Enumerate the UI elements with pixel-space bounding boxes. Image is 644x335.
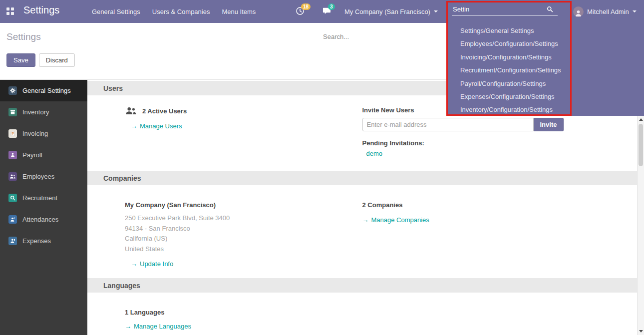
search-result-item[interactable]: Inventory/Configuration/Settings (447, 103, 644, 116)
payroll-person-icon (8, 151, 17, 159)
manage-users-link[interactable]: → Manage Users (131, 122, 182, 130)
app-title[interactable]: Settings (23, 4, 59, 16)
invoice-document-icon (8, 129, 17, 138)
search-result-item[interactable]: Expenses/Configuration/Settings (447, 90, 644, 103)
company-name: My Company (San Francisco) (125, 201, 362, 209)
sidebar-item-invoicing[interactable]: Invoicing (0, 123, 87, 144)
languages-count: 1 Languages (125, 309, 362, 316)
section-header-companies: Companies (87, 171, 637, 185)
sidebar-item-label: Invoicing (22, 130, 48, 137)
sidebar-item-label: Employees (22, 173, 54, 180)
save-button[interactable]: Save (6, 53, 35, 67)
sidebar-item-label: Recruitment (22, 194, 57, 202)
control-buttons: Save Discard (6, 53, 75, 67)
companies-count: 2 Companies (362, 201, 638, 209)
users-group-icon (125, 106, 137, 115)
sidebar-item-recruitment[interactable]: Recruitment (0, 187, 87, 209)
search-result-item[interactable]: Settings/General Settings (447, 24, 644, 37)
invite-button[interactable]: Invite (534, 118, 564, 131)
activities-badge: 18 (301, 3, 311, 10)
user-menu[interactable]: Mitchell Admin (573, 0, 637, 23)
arrow-right-icon: → (362, 216, 369, 224)
arrow-right-icon: → (125, 323, 131, 330)
search-results-dropdown: Settings/General Settings Employees/Conf… (447, 23, 644, 116)
scrollbar-down-icon[interactable] (639, 330, 643, 333)
nav-item-menu-items[interactable]: Menu Items (222, 8, 256, 15)
sidebar-item-label: Inventory (22, 108, 49, 116)
navbar-search-input[interactable] (452, 5, 547, 13)
chevron-down-icon (633, 10, 637, 12)
nav-item-users-companies[interactable]: Users & Companies (152, 8, 210, 15)
languages-section: 1 Languages → Manage Languages (87, 293, 637, 330)
scrollbar-up-icon[interactable] (639, 118, 643, 121)
sidebar-item-label: General Settings (22, 87, 71, 94)
main-content: Users 2 Active Users → Manage Users Invi… (87, 80, 637, 335)
navbar-search (452, 5, 558, 16)
inventory-box-icon (8, 108, 17, 116)
top-navbar: Settings General Settings Users & Compan… (0, 0, 644, 23)
sidebar-item-label: Payroll (22, 151, 42, 159)
sidebar-item-employees[interactable]: Employees (0, 166, 87, 187)
sidebar-item-expenses[interactable]: Expenses (0, 230, 87, 252)
scrollbar-thumb[interactable] (639, 124, 643, 166)
messages-chat-icon[interactable]: 3 (322, 6, 332, 16)
expenses-person-icon (8, 237, 17, 245)
chevron-down-icon (434, 10, 438, 12)
pending-invitations-label: Pending Invitations: (362, 139, 638, 147)
arrow-right-icon: → (131, 122, 137, 130)
vertical-scrollbar[interactable] (637, 116, 644, 335)
sidebar-item-label: Expenses (22, 237, 51, 245)
company-address: 250 Executive Park Blvd, Suite 3400 9413… (125, 213, 362, 254)
arrow-right-icon: → (131, 260, 137, 268)
nav-item-general-settings[interactable]: General Settings (92, 8, 140, 15)
company-switcher-label: My Company (San Francisco) (344, 8, 430, 15)
sidebar-item-inventory[interactable]: Inventory (0, 101, 87, 123)
user-avatar (573, 6, 584, 17)
settings-search-input[interactable] (322, 32, 442, 41)
navbar-menu: General Settings Users & Companies Menu … (92, 0, 256, 23)
sidebar-item-payroll[interactable]: Payroll (0, 144, 87, 166)
sidebar-item-label: Attendances (22, 216, 58, 223)
gear-icon (8, 86, 17, 95)
companies-section: My Company (San Francisco) 250 Executive… (87, 185, 637, 278)
search-icon[interactable] (547, 6, 553, 12)
search-result-item[interactable]: Recruitment/Configuration/Settings (447, 64, 644, 77)
manage-companies-link[interactable]: → Manage Companies (362, 216, 429, 224)
search-result-item[interactable]: Payroll/Configuration/Settings (447, 77, 644, 90)
attendances-person-icon (8, 215, 17, 224)
messages-badge: 3 (328, 3, 335, 10)
company-switcher[interactable]: My Company (San Francisco) (344, 0, 438, 23)
employees-people-icon (8, 172, 17, 181)
sidebar-item-general-settings[interactable]: General Settings (0, 80, 87, 101)
update-info-link[interactable]: → Update Info (131, 260, 173, 268)
section-header-languages: Languages (87, 278, 637, 293)
activities-clock-icon[interactable]: 18 (296, 6, 306, 16)
apps-menu-icon[interactable] (6, 7, 14, 15)
manage-languages-link[interactable]: → Manage Languages (125, 323, 191, 330)
user-name: Mitchell Admin (587, 8, 629, 15)
discard-button[interactable]: Discard (39, 53, 75, 67)
recruitment-magnifier-icon (8, 194, 17, 202)
search-result-item[interactable]: Employees/Configuration/Settings (447, 37, 644, 50)
invite-email-input[interactable] (362, 118, 534, 131)
page-title: Settings (6, 31, 41, 42)
active-users-count: 2 Active Users (142, 107, 187, 115)
search-result-item[interactable]: Invoicing/Configuration/Settings (447, 51, 644, 64)
settings-sidebar: General Settings Inventory Invoicing Pay… (0, 80, 87, 335)
sidebar-item-attendances[interactable]: Attendances (0, 209, 87, 230)
pending-user-link[interactable]: demo (366, 150, 383, 157)
